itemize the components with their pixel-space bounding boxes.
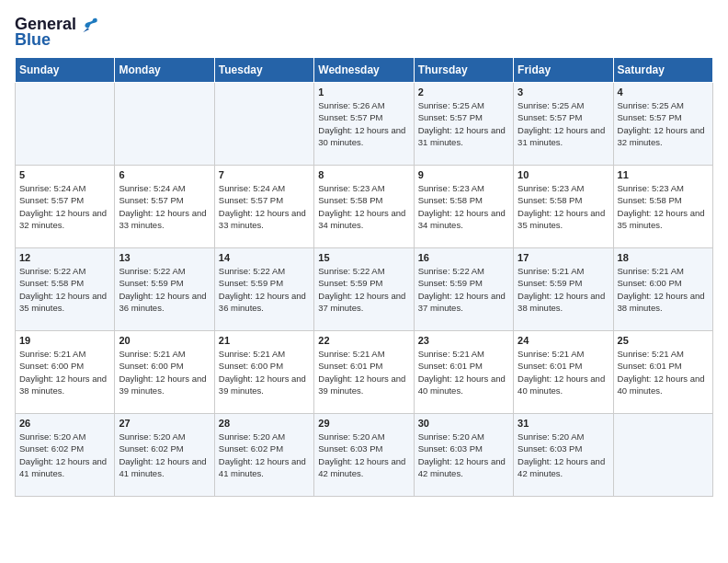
- day-info: Sunrise: 5:21 AM Sunset: 6:01 PM Dayligh…: [518, 348, 609, 396]
- day-info: Sunrise: 5:20 AM Sunset: 6:02 PM Dayligh…: [19, 431, 110, 479]
- day-number: 22: [318, 335, 409, 346]
- calendar-cell: 15Sunrise: 5:22 AM Sunset: 5:59 PM Dayli…: [314, 248, 414, 331]
- logo: General Blue: [15, 15, 98, 50]
- week-row-4: 19Sunrise: 5:21 AM Sunset: 6:00 PM Dayli…: [16, 331, 713, 414]
- day-info: Sunrise: 5:21 AM Sunset: 6:00 PM Dayligh…: [119, 348, 210, 396]
- day-info: Sunrise: 5:21 AM Sunset: 5:59 PM Dayligh…: [518, 265, 609, 314]
- day-info: Sunrise: 5:21 AM Sunset: 6:00 PM Dayligh…: [618, 265, 709, 314]
- day-info: Sunrise: 5:23 AM Sunset: 5:58 PM Dayligh…: [518, 182, 609, 231]
- header-day-friday: Friday: [514, 58, 613, 83]
- day-info: Sunrise: 5:22 AM Sunset: 5:59 PM Dayligh…: [418, 265, 509, 314]
- day-number: 2: [418, 86, 509, 98]
- calendar-cell: 17Sunrise: 5:21 AM Sunset: 5:59 PM Dayli…: [514, 248, 613, 331]
- week-row-5: 26Sunrise: 5:20 AM Sunset: 6:02 PM Dayli…: [16, 414, 713, 497]
- day-number: 13: [119, 252, 210, 263]
- calendar-table: SundayMondayTuesdayWednesdayThursdayFrid…: [15, 57, 713, 497]
- calendar-cell: 3Sunrise: 5:25 AM Sunset: 5:57 PM Daylig…: [514, 83, 613, 166]
- day-number: 1: [318, 86, 409, 98]
- day-number: 20: [119, 335, 210, 346]
- day-number: 24: [518, 335, 609, 346]
- week-row-2: 5Sunrise: 5:24 AM Sunset: 5:57 PM Daylig…: [16, 166, 713, 248]
- week-row-3: 12Sunrise: 5:22 AM Sunset: 5:58 PM Dayli…: [16, 248, 713, 331]
- calendar-cell: [16, 83, 115, 166]
- logo-bird-icon: [80, 17, 98, 33]
- header-day-saturday: Saturday: [613, 58, 712, 83]
- calendar-cell: 11Sunrise: 5:23 AM Sunset: 5:58 PM Dayli…: [613, 166, 712, 248]
- calendar-cell: 24Sunrise: 5:21 AM Sunset: 6:01 PM Dayli…: [514, 331, 613, 414]
- day-number: 3: [518, 86, 609, 98]
- day-number: 14: [219, 252, 310, 263]
- day-number: 10: [518, 169, 609, 180]
- day-number: 27: [119, 418, 210, 429]
- calendar-cell: 21Sunrise: 5:21 AM Sunset: 6:00 PM Dayli…: [214, 331, 313, 414]
- day-number: 29: [318, 418, 409, 429]
- day-info: Sunrise: 5:24 AM Sunset: 5:57 PM Dayligh…: [19, 182, 110, 231]
- day-number: 17: [518, 252, 609, 263]
- header-day-thursday: Thursday: [414, 58, 513, 83]
- day-info: Sunrise: 5:21 AM Sunset: 6:01 PM Dayligh…: [318, 348, 409, 396]
- calendar-cell: 12Sunrise: 5:22 AM Sunset: 5:58 PM Dayli…: [16, 248, 115, 331]
- day-number: 25: [618, 335, 709, 346]
- day-info: Sunrise: 5:20 AM Sunset: 6:03 PM Dayligh…: [418, 431, 509, 479]
- day-number: 11: [618, 169, 709, 180]
- day-number: 18: [618, 252, 709, 263]
- day-number: 8: [318, 169, 409, 180]
- calendar-cell: 26Sunrise: 5:20 AM Sunset: 6:02 PM Dayli…: [16, 414, 115, 497]
- day-info: Sunrise: 5:20 AM Sunset: 6:03 PM Dayligh…: [318, 431, 409, 479]
- day-number: 15: [318, 252, 409, 263]
- day-info: Sunrise: 5:23 AM Sunset: 5:58 PM Dayligh…: [418, 182, 509, 231]
- day-number: 21: [219, 335, 310, 346]
- calendar-cell: 20Sunrise: 5:21 AM Sunset: 6:00 PM Dayli…: [115, 331, 214, 414]
- day-number: 30: [418, 418, 509, 429]
- day-info: Sunrise: 5:23 AM Sunset: 5:58 PM Dayligh…: [618, 182, 709, 231]
- calendar-cell: 13Sunrise: 5:22 AM Sunset: 5:59 PM Dayli…: [115, 248, 214, 331]
- day-info: Sunrise: 5:26 AM Sunset: 5:57 PM Dayligh…: [318, 99, 409, 148]
- calendar-cell: 6Sunrise: 5:24 AM Sunset: 5:57 PM Daylig…: [115, 166, 214, 248]
- calendar-cell: 1Sunrise: 5:26 AM Sunset: 5:57 PM Daylig…: [314, 83, 414, 166]
- calendar-cell: 28Sunrise: 5:20 AM Sunset: 6:02 PM Dayli…: [214, 414, 313, 497]
- day-info: Sunrise: 5:24 AM Sunset: 5:57 PM Dayligh…: [119, 182, 210, 231]
- calendar-cell: 30Sunrise: 5:20 AM Sunset: 6:03 PM Dayli…: [414, 414, 513, 497]
- header-day-sunday: Sunday: [16, 58, 115, 83]
- calendar-cell: 29Sunrise: 5:20 AM Sunset: 6:03 PM Dayli…: [314, 414, 414, 497]
- day-info: Sunrise: 5:21 AM Sunset: 6:00 PM Dayligh…: [219, 348, 310, 396]
- day-info: Sunrise: 5:25 AM Sunset: 5:57 PM Dayligh…: [618, 99, 709, 148]
- calendar-cell: 4Sunrise: 5:25 AM Sunset: 5:57 PM Daylig…: [613, 83, 712, 166]
- day-info: Sunrise: 5:22 AM Sunset: 5:59 PM Dayligh…: [219, 265, 310, 314]
- day-info: Sunrise: 5:25 AM Sunset: 5:57 PM Dayligh…: [518, 99, 609, 148]
- day-number: 23: [418, 335, 509, 346]
- calendar-cell: 19Sunrise: 5:21 AM Sunset: 6:00 PM Dayli…: [16, 331, 115, 414]
- day-info: Sunrise: 5:22 AM Sunset: 5:59 PM Dayligh…: [318, 265, 409, 314]
- day-info: Sunrise: 5:22 AM Sunset: 5:59 PM Dayligh…: [119, 265, 210, 314]
- day-number: 19: [19, 335, 110, 346]
- header-day-tuesday: Tuesday: [214, 58, 313, 83]
- day-info: Sunrise: 5:21 AM Sunset: 6:00 PM Dayligh…: [19, 348, 110, 396]
- calendar-cell: 23Sunrise: 5:21 AM Sunset: 6:01 PM Dayli…: [414, 331, 513, 414]
- day-number: 31: [518, 418, 609, 429]
- day-number: 4: [618, 86, 709, 98]
- day-info: Sunrise: 5:24 AM Sunset: 5:57 PM Dayligh…: [219, 182, 310, 231]
- day-number: 26: [19, 418, 110, 429]
- day-number: 9: [418, 169, 509, 180]
- calendar-cell: 10Sunrise: 5:23 AM Sunset: 5:58 PM Dayli…: [514, 166, 613, 248]
- calendar-cell: 14Sunrise: 5:22 AM Sunset: 5:59 PM Dayli…: [214, 248, 313, 331]
- day-info: Sunrise: 5:22 AM Sunset: 5:58 PM Dayligh…: [19, 265, 110, 314]
- calendar-cell: 25Sunrise: 5:21 AM Sunset: 6:01 PM Dayli…: [613, 331, 712, 414]
- calendar-cell: 7Sunrise: 5:24 AM Sunset: 5:57 PM Daylig…: [214, 166, 313, 248]
- calendar-cell: 5Sunrise: 5:24 AM Sunset: 5:57 PM Daylig…: [16, 166, 115, 248]
- calendar-cell: 9Sunrise: 5:23 AM Sunset: 5:58 PM Daylig…: [414, 166, 513, 248]
- day-number: 7: [219, 169, 310, 180]
- day-info: Sunrise: 5:23 AM Sunset: 5:58 PM Dayligh…: [318, 182, 409, 231]
- header-day-wednesday: Wednesday: [314, 58, 414, 83]
- calendar-cell: 2Sunrise: 5:25 AM Sunset: 5:57 PM Daylig…: [414, 83, 513, 166]
- day-info: Sunrise: 5:20 AM Sunset: 6:03 PM Dayligh…: [518, 431, 609, 479]
- calendar-cell: [214, 83, 313, 166]
- day-number: 16: [418, 252, 509, 263]
- calendar-cell: [115, 83, 214, 166]
- day-info: Sunrise: 5:21 AM Sunset: 6:01 PM Dayligh…: [418, 348, 509, 396]
- calendar-cell: 27Sunrise: 5:20 AM Sunset: 6:02 PM Dayli…: [115, 414, 214, 497]
- day-number: 5: [19, 169, 110, 180]
- header-row: SundayMondayTuesdayWednesdayThursdayFrid…: [16, 58, 713, 83]
- calendar-cell: 8Sunrise: 5:23 AM Sunset: 5:58 PM Daylig…: [314, 166, 414, 248]
- calendar-cell: 22Sunrise: 5:21 AM Sunset: 6:01 PM Dayli…: [314, 331, 414, 414]
